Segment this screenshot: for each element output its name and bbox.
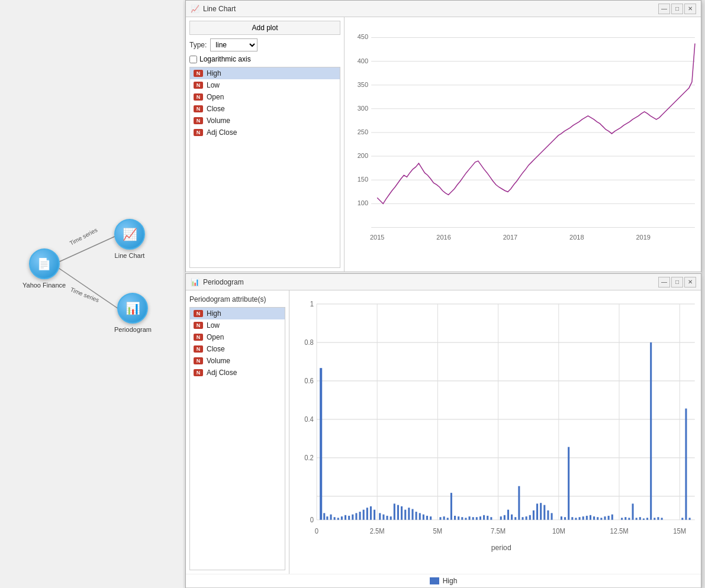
svg-rect-61 — [337, 518, 339, 519]
svg-rect-87 — [439, 517, 441, 520]
svg-text:15M: 15M — [673, 526, 686, 535]
svg-text:1: 1 — [310, 300, 314, 309]
svg-text:2019: 2019 — [636, 234, 651, 241]
svg-text:2018: 2018 — [569, 234, 584, 241]
svg-text:150: 150 — [358, 176, 368, 183]
linechart-controls: — □ ✕ — [658, 4, 696, 14]
type-select[interactable]: line bar scatter — [210, 38, 257, 51]
connections-svg: Time series Time series — [0, 0, 184, 588]
svg-rect-65 — [352, 515, 353, 520]
svg-text:100: 100 — [358, 199, 368, 206]
svg-rect-127 — [597, 517, 598, 520]
svg-rect-90 — [450, 493, 452, 520]
linechart-attr-volume[interactable]: N Volume — [190, 115, 340, 127]
perio-attr-adjclose[interactable]: N Adj Close — [190, 367, 285, 379]
linechart-chart-area: 450 400 350 300 250 200 150 100 2015 201… — [345, 17, 701, 272]
node-yahoo-finance[interactable]: 📄 Yahoo Finance — [22, 248, 66, 289]
periodogram-titlebar: 📊 Periodogram — □ ✕ — [186, 274, 701, 290]
svg-rect-125 — [590, 515, 591, 520]
perio-attr-open[interactable]: N Open — [190, 331, 285, 343]
line-chart-label: Line Chart — [115, 252, 145, 259]
svg-text:2015: 2015 — [370, 234, 385, 241]
node-periodogram[interactable]: 📊 Periodogram — [114, 293, 152, 333]
periodogram-left-panel: Periodogram attribute(s) N High N Low N … — [186, 290, 289, 574]
node-line-chart[interactable]: 📈 Line Chart — [114, 219, 145, 259]
linechart-close-btn[interactable]: ✕ — [684, 4, 696, 14]
linechart-attr-open[interactable]: N Open — [190, 91, 340, 103]
svg-rect-122 — [579, 517, 581, 520]
perio-volume-label: Volume — [207, 357, 230, 365]
canvas-area: Time series Time series 📄 Yahoo Finance … — [0, 0, 184, 588]
svg-rect-142 — [657, 517, 659, 520]
svg-text:0.6: 0.6 — [304, 377, 314, 386]
svg-rect-74 — [387, 516, 388, 520]
svg-text:200: 200 — [358, 152, 368, 159]
yahoo-finance-icon: 📄 — [37, 257, 51, 271]
svg-rect-69 — [366, 508, 368, 520]
svg-rect-118 — [564, 517, 566, 520]
svg-text:0.8: 0.8 — [304, 338, 314, 347]
periodogram-icon: 📊 — [125, 301, 140, 315]
svg-rect-119 — [568, 447, 569, 520]
svg-text:0.2: 0.2 — [304, 454, 314, 463]
perio-attr-low[interactable]: N Low — [190, 319, 285, 331]
svg-rect-86 — [430, 516, 432, 520]
linechart-maximize-btn[interactable]: □ — [671, 4, 683, 14]
linechart-attr-high[interactable]: N High — [190, 67, 340, 79]
svg-text:350: 350 — [358, 81, 368, 88]
svg-text:2017: 2017 — [503, 234, 518, 241]
svg-text:0: 0 — [310, 516, 314, 525]
legend-label: High — [443, 577, 458, 585]
svg-rect-60 — [334, 517, 336, 520]
svg-rect-131 — [611, 515, 613, 520]
linechart-left-panel: Add plot Type: line bar scatter Logarith… — [186, 17, 345, 272]
svg-text:10M: 10M — [552, 526, 565, 535]
periodogram-window: 📊 Periodogram — □ ✕ Periodogram attribut… — [185, 273, 701, 588]
periodogram-minimize-btn[interactable]: — — [658, 277, 670, 287]
type-label: Type: — [189, 41, 207, 49]
svg-rect-140 — [650, 343, 652, 520]
linechart-attr-adjclose[interactable]: N Adj Close — [190, 127, 340, 138]
periodogram-close-btn[interactable]: ✕ — [684, 277, 696, 287]
svg-rect-82 — [416, 512, 417, 520]
svg-rect-68 — [363, 510, 365, 520]
open-badge: N — [194, 93, 203, 101]
linechart-attr-low[interactable]: N Low — [190, 79, 340, 91]
svg-text:0.4: 0.4 — [304, 415, 314, 424]
svg-rect-146 — [689, 518, 691, 519]
svg-rect-105 — [511, 515, 513, 520]
legend-color-box — [430, 577, 439, 584]
svg-rect-67 — [359, 512, 361, 520]
close-badge: N — [194, 105, 203, 112]
perio-attr-volume[interactable]: N Volume — [190, 355, 285, 367]
svg-text:0: 0 — [315, 526, 319, 535]
svg-rect-130 — [608, 516, 610, 520]
perio-high-badge: N — [194, 310, 203, 317]
svg-rect-113 — [540, 503, 542, 520]
linechart-minimize-btn[interactable]: — — [658, 4, 670, 14]
svg-rect-73 — [382, 515, 384, 520]
perio-low-badge: N — [194, 322, 203, 329]
svg-rect-76 — [394, 503, 395, 519]
svg-rect-81 — [411, 509, 413, 520]
svg-rect-117 — [561, 516, 562, 520]
linechart-attr-close[interactable]: N Close — [190, 103, 340, 115]
svg-rect-135 — [632, 503, 633, 519]
svg-rect-56 — [320, 368, 322, 520]
log-axis-checkbox[interactable] — [189, 56, 197, 63]
svg-rect-136 — [636, 518, 638, 519]
svg-text:300: 300 — [358, 105, 368, 112]
periodogram-maximize-btn[interactable]: □ — [671, 277, 683, 287]
log-axis-row: Logarithmic axis — [189, 55, 340, 63]
svg-rect-126 — [593, 516, 595, 520]
svg-rect-108 — [521, 517, 523, 520]
svg-rect-101 — [490, 517, 492, 520]
perio-attr-high[interactable]: N High — [190, 308, 285, 319]
svg-rect-96 — [472, 517, 474, 520]
add-plot-button[interactable]: Add plot — [189, 21, 340, 35]
perio-attr-close[interactable]: N Close — [190, 343, 285, 355]
svg-rect-106 — [514, 517, 516, 520]
perio-adjclose-label: Adj Close — [207, 369, 237, 377]
linechart-svg: 450 400 350 300 250 200 150 100 2015 201… — [345, 17, 701, 272]
svg-rect-94 — [465, 518, 466, 519]
